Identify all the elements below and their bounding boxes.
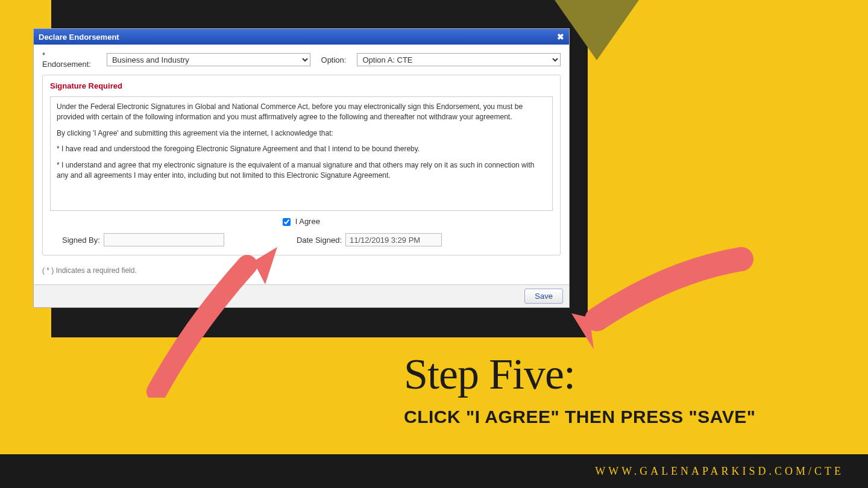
date-signed-field: Date Signed: <box>297 233 442 246</box>
signed-by-input[interactable] <box>104 233 224 246</box>
close-icon[interactable]: ✖ <box>557 32 564 42</box>
agree-row: I Agree <box>50 211 553 231</box>
date-signed-label: Date Signed: <box>297 236 342 245</box>
signed-by-field: Signed By: <box>62 233 224 246</box>
footer-bar: WWW.GALENAPARKISD.COM/CTE <box>0 454 868 488</box>
option-label: Option: <box>321 55 347 64</box>
agree-checkbox[interactable] <box>283 218 291 226</box>
declare-endorsement-dialog: Declare Endorsement ✖ * Endorsement: Bus… <box>33 28 570 308</box>
signed-by-label: Signed By: <box>62 236 100 245</box>
dialog-title: Declare Endorsement <box>39 33 119 42</box>
footer-url: WWW.GALENAPARKISD.COM/CTE <box>595 465 844 478</box>
date-signed-input[interactable] <box>345 233 442 246</box>
agreement-textbox[interactable]: Under the Federal Electronic Signatures … <box>50 96 553 211</box>
signature-panel: Signature Required Under the Federal Ele… <box>42 75 561 255</box>
signed-row: Signed By: Date Signed: <box>50 231 553 248</box>
endorsement-select[interactable]: Business and Industry <box>107 53 310 66</box>
agreement-p1: Under the Federal Electronic Signatures … <box>57 102 546 122</box>
dialog-titlebar: Declare Endorsement ✖ <box>34 29 569 45</box>
dialog-footer: Save <box>34 284 569 307</box>
dialog-body: * Endorsement: Business and Industry Opt… <box>34 45 569 260</box>
step-heading: Step Five: CLICK "I AGREE" THEN PRESS "S… <box>404 349 755 427</box>
agreement-p4: * I understand and agree that my electro… <box>57 160 546 181</box>
signature-title: Signature Required <box>50 81 553 90</box>
save-button[interactable]: Save <box>524 289 563 304</box>
agreement-p2: By clicking 'I Agree' and submitting thi… <box>57 128 546 139</box>
step-subtitle: CLICK "I AGREE" THEN PRESS "SAVE" <box>404 407 755 427</box>
option-select[interactable]: Option A: CTE <box>357 53 561 66</box>
endorsement-label: * Endorsement: <box>42 51 96 69</box>
selects-row: * Endorsement: Business and Industry Opt… <box>42 51 561 69</box>
required-note: ( * ) Indicates a required field. <box>34 260 569 284</box>
agreement-p3: * I have read and understood the foregoi… <box>57 144 546 154</box>
step-title: Step Five: <box>404 349 755 399</box>
agree-label: I Agree <box>295 217 320 226</box>
